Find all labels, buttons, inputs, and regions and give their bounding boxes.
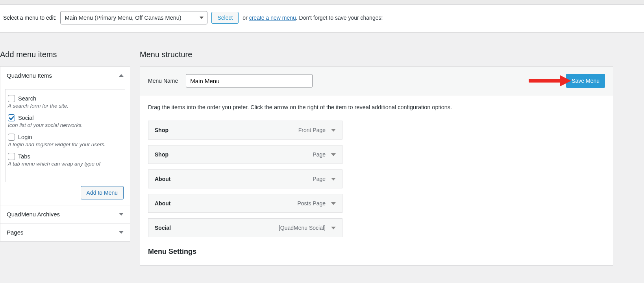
item-desc-tabs: A tab menu which can wrap any type of — [8, 161, 121, 167]
add-menu-items-heading: Add menu items — [0, 50, 130, 59]
item-label-login: Login — [18, 134, 32, 140]
menu-item-title: About — [155, 176, 170, 182]
menu-item[interactable]: About Posts Page — [148, 194, 342, 213]
menu-item[interactable]: Shop Page — [148, 145, 342, 164]
quadmenu-items-scrollbox[interactable]: Search A search form for the site. Socia… — [5, 89, 125, 182]
menu-name-label: Menu Name — [148, 78, 178, 84]
menu-item-title: Shop — [155, 127, 168, 133]
annotation-arrow-icon — [529, 74, 572, 87]
chevron-up-icon — [119, 74, 124, 77]
checkbox-login[interactable] — [8, 134, 15, 141]
item-label-search: Search — [18, 95, 36, 102]
chevron-down-icon[interactable] — [331, 178, 336, 181]
accordion-header-quadmenu-items[interactable]: QuadMenu Items — [0, 67, 130, 84]
menu-item[interactable]: Shop Front Page — [148, 121, 342, 140]
checkbox-search[interactable] — [8, 95, 15, 102]
menu-select-label: Select a menu to edit: — [3, 15, 56, 21]
menu-select-dropdown[interactable]: Main Menu (Primary Menu, Off Canvas Menu… — [60, 11, 207, 24]
item-desc-social: Icon list of your social networks. — [8, 122, 121, 128]
add-to-menu-button[interactable]: Add to Menu — [81, 186, 124, 199]
menu-item-title: Shop — [155, 151, 168, 158]
menu-item-type: Page — [313, 176, 326, 182]
checkbox-tabs[interactable] — [8, 153, 15, 160]
create-new-menu-link[interactable]: create a new menu — [249, 15, 296, 21]
chevron-down-icon[interactable] — [331, 129, 336, 132]
menu-item-type: Front Page — [298, 127, 326, 133]
chevron-down-icon[interactable] — [331, 227, 336, 229]
accordion-title: Pages — [7, 229, 24, 236]
drag-hint-text: Drag the items into the order you prefer… — [148, 104, 605, 110]
accordion-title: QuadMenu Archives — [7, 211, 60, 218]
accordion-title: QuadMenu Items — [7, 72, 52, 79]
top-bar — [0, 0, 644, 4]
menu-structure-panel: Menu Name Save Menu Drag the items into … — [140, 66, 613, 266]
select-helper-text: or create a new menu. Don't forget to sa… — [242, 15, 383, 21]
checkbox-social[interactable] — [8, 114, 15, 121]
select-button[interactable]: Select — [211, 12, 239, 24]
item-desc-login: A login and register widget for your use… — [8, 142, 121, 147]
menu-settings-heading: Menu Settings — [148, 248, 605, 256]
menu-item[interactable]: Social [QuadMenu Social] — [148, 218, 342, 237]
item-desc-search: A search form for the site. — [8, 103, 121, 109]
menu-items-list: Shop Front Page Shop Page About Page — [148, 121, 342, 237]
menu-name-header: Menu Name Save Menu — [140, 67, 613, 95]
menu-item-title: About — [155, 200, 170, 207]
menu-item-type: Page — [313, 151, 326, 158]
chevron-down-icon[interactable] — [331, 153, 336, 156]
menu-item-type: [QuadMenu Social] — [279, 225, 326, 231]
accordion-quadmenu-archives: QuadMenu Archives — [0, 205, 130, 223]
menu-item-title: Social — [155, 225, 171, 231]
chevron-down-icon[interactable] — [331, 202, 336, 205]
accordion-pages: Pages — [0, 223, 130, 242]
accordion-header-pages[interactable]: Pages — [0, 223, 130, 241]
menu-item[interactable]: About Page — [148, 169, 342, 188]
menu-structure-heading: Menu structure — [140, 50, 613, 59]
item-label-social: Social — [18, 115, 34, 121]
chevron-down-icon — [119, 213, 124, 216]
menu-select-row: Select a menu to edit: Main Menu (Primar… — [0, 4, 644, 33]
accordion-quadmenu-items: QuadMenu Items Search A search form for … — [0, 66, 130, 205]
save-menu-button[interactable]: Save Menu — [566, 74, 605, 88]
chevron-down-icon — [119, 231, 124, 234]
menu-item-type: Posts Page — [297, 200, 326, 207]
accordion-header-quadmenu-archives[interactable]: QuadMenu Archives — [0, 205, 130, 223]
menu-name-input[interactable] — [186, 74, 313, 88]
item-label-tabs: Tabs — [18, 153, 30, 160]
